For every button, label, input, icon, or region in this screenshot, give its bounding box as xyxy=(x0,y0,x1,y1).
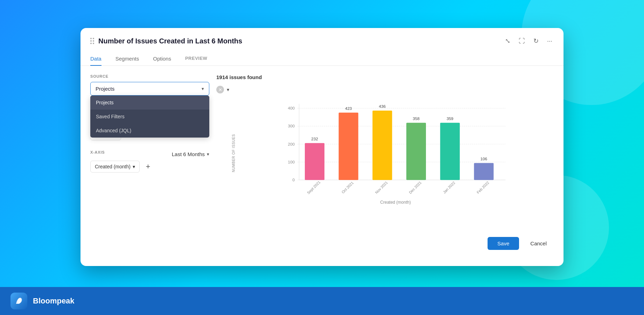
svg-text:Nov 2021: Nov 2021 xyxy=(374,180,388,195)
main-modal: Number of Issues Created in Last 6 Month… xyxy=(80,28,564,266)
source-chevron-icon: ▾ xyxy=(202,86,204,91)
chart-svg: 0 100 200 300 400 232 Sept 2021 423 Oct … xyxy=(237,100,554,202)
source-option-projects[interactable]: Projects xyxy=(90,96,209,110)
svg-text:200: 200 xyxy=(288,142,295,146)
title-group: Number of Issues Created in Last 6 Month… xyxy=(90,37,242,45)
cancel-button[interactable]: Cancel xyxy=(523,237,554,250)
bar-oct-2021 xyxy=(339,113,358,180)
svg-text:Oct 2021: Oct 2021 xyxy=(341,181,354,194)
svg-text:Feb 2022: Feb 2022 xyxy=(476,180,490,194)
source-dropdown-menu: Projects Saved Filters Advanced (JQL) xyxy=(90,96,209,138)
xaxis-range-value: Last 6 Months xyxy=(172,151,205,157)
source-option-saved-filters[interactable]: Saved Filters xyxy=(90,110,209,124)
xaxis-value-row: Created (month) ▾ + xyxy=(90,161,209,173)
xaxis-field-arrow-icon: ▾ xyxy=(133,164,135,169)
filter-row: ✕ ▾ xyxy=(216,86,554,93)
svg-text:300: 300 xyxy=(288,124,295,128)
svg-text:Jan 2022: Jan 2022 xyxy=(442,181,456,194)
tab-preview[interactable]: PREVIEW xyxy=(185,52,207,66)
tab-segments[interactable]: Segments xyxy=(115,52,139,66)
filter-toggle-icon: ▾ xyxy=(227,87,229,92)
drag-handle[interactable] xyxy=(90,38,94,44)
svg-text:358: 358 xyxy=(413,116,419,121)
expand-button[interactable]: ⛶ xyxy=(517,36,526,46)
svg-text:0: 0 xyxy=(292,177,294,182)
tab-options[interactable]: Options xyxy=(153,52,171,66)
xaxis-field-dropdown[interactable]: Created (month) ▾ xyxy=(90,161,140,173)
chart-y-axis-label: NUMBER OF ISSUES xyxy=(232,134,236,172)
chart-container: NUMBER OF ISSUES 0 100 200 xyxy=(216,100,554,223)
bar-dec-2021 xyxy=(406,123,426,180)
svg-text:106: 106 xyxy=(481,156,487,161)
svg-text:436: 436 xyxy=(379,104,386,108)
bottom-bar: Bloompeak xyxy=(0,287,644,315)
right-panel: 1914 issues found ✕ ▾ NUMBER OF ISSUES xyxy=(216,74,554,223)
modal-title: Number of Issues Created in Last 6 Month… xyxy=(98,37,242,45)
svg-text:359: 359 xyxy=(447,116,453,121)
refresh-button[interactable]: ↻ xyxy=(532,36,540,46)
logo-icon xyxy=(10,293,27,309)
xaxis-add-button[interactable]: + xyxy=(143,162,153,172)
svg-text:400: 400 xyxy=(288,106,295,110)
modal-header: Number of Issues Created in Last 6 Month… xyxy=(80,28,564,46)
svg-text:Dec 2021: Dec 2021 xyxy=(408,180,422,195)
app-name: Bloompeak xyxy=(33,296,75,306)
source-option-advanced-jql[interactable]: Advanced (JQL) xyxy=(90,124,209,138)
source-dropdown: Projects ▾ Projects Saved Filters Advanc… xyxy=(90,82,209,96)
xaxis-range-arrow-icon: ▾ xyxy=(207,152,209,157)
source-dropdown-btn[interactable]: Projects ▾ xyxy=(90,82,209,96)
svg-text:232: 232 xyxy=(311,136,318,141)
bar-sept-2021 xyxy=(305,143,324,180)
svg-text:423: 423 xyxy=(345,106,352,111)
xaxis-label: X-AXIS xyxy=(90,150,105,154)
xaxis-section: X-AXIS Last 6 Months ▾ Created (month) ▾… xyxy=(90,150,209,173)
modal-footer: Save Cancel xyxy=(80,231,564,258)
svg-text:100: 100 xyxy=(288,160,295,164)
save-button[interactable]: Save xyxy=(488,237,519,250)
modal-body: SOURCE Projects ▾ Projects Saved Filters… xyxy=(80,66,564,231)
more-options-button[interactable]: ··· xyxy=(546,36,554,46)
minimize-button[interactable]: ⤡ xyxy=(504,36,512,46)
source-label: SOURCE xyxy=(90,74,209,78)
bar-feb-2022 xyxy=(474,163,493,180)
issues-found-label: 1914 issues found xyxy=(216,74,554,80)
left-panel: SOURCE Projects ▾ Projects Saved Filters… xyxy=(90,74,209,223)
tab-bar: Data Segments Options PREVIEW xyxy=(80,52,564,66)
filter-clear-button[interactable]: ✕ xyxy=(216,86,224,93)
tab-data[interactable]: Data xyxy=(90,52,102,66)
source-selected-value: Projects xyxy=(96,86,114,92)
bar-nov-2021 xyxy=(372,111,392,180)
modal-actions: ⤡ ⛶ ↻ ··· xyxy=(504,36,554,46)
xaxis-field-value: Created (month) xyxy=(95,164,131,169)
svg-text:Sept 2021: Sept 2021 xyxy=(306,180,321,195)
filter-toggle-button[interactable]: ▾ xyxy=(227,87,229,92)
xaxis-range-dropdown[interactable]: Last 6 Months ▾ xyxy=(172,151,209,157)
bar-jan-2022 xyxy=(440,123,460,180)
